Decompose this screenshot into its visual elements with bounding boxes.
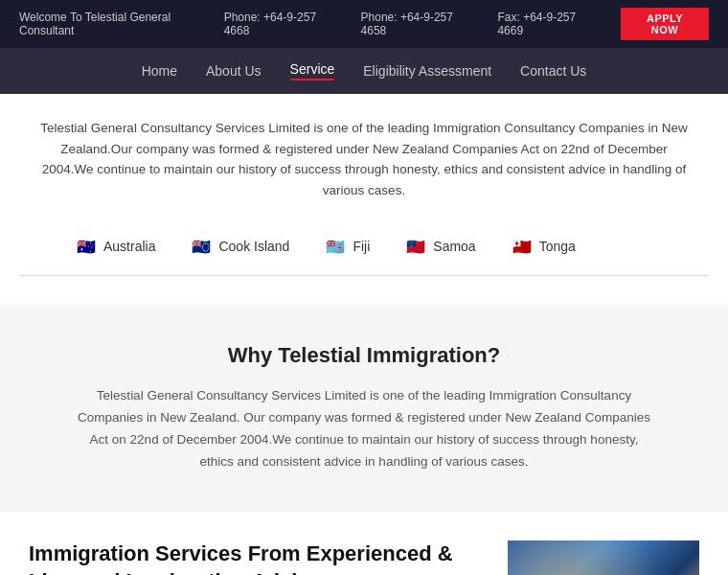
services-image-container: Tupamama (Tu) Laifau Tauave Uiha (right)… xyxy=(508,540,699,575)
tab-cook-island[interactable]: 🇨🇰 Cook Island xyxy=(172,227,307,265)
tab-cook-island-label: Cook Island xyxy=(218,239,289,254)
country-tabs: 🇦🇺 Australia 🇨🇰 Cook Island 🇫🇯 Fiji 🇼🇸 S… xyxy=(19,210,709,276)
tab-samoa[interactable]: 🇼🇸 Samoa xyxy=(387,227,492,265)
nav-home[interactable]: Home xyxy=(142,63,177,79)
why-section: Why Telestial Immigration? Telestial Gen… xyxy=(0,305,728,512)
flag-fiji: 🇫🇯 xyxy=(324,235,347,258)
services-section: Immigration Services From Experienced & … xyxy=(0,512,728,575)
flag-cook-island: 🇨🇰 xyxy=(190,235,213,258)
flag-samoa: 🇼🇸 xyxy=(404,235,427,258)
tab-samoa-label: Samoa xyxy=(433,239,475,254)
tab-australia-label: Australia xyxy=(103,239,155,254)
contact-info: Phone: +64-9-257 4668 Phone: +64-9-257 4… xyxy=(224,8,709,40)
nav-about[interactable]: About Us xyxy=(206,63,262,79)
tab-tonga[interactable]: 🇹🇴 Tonga xyxy=(493,227,593,265)
services-photo xyxy=(508,540,699,575)
nav-eligibility[interactable]: Eligibility Assessment xyxy=(363,63,491,79)
about-text: Telestial General Consultancy Services L… xyxy=(38,118,690,200)
phone1: Phone: +64-9-257 4668 xyxy=(224,11,342,37)
flag-australia: 🇦🇺 xyxy=(75,235,98,258)
tab-australia[interactable]: 🇦🇺 Australia xyxy=(57,227,172,265)
phone2: Phone: +64-9-257 4658 xyxy=(361,11,479,37)
tab-fiji[interactable]: 🇫🇯 Fiji xyxy=(307,227,387,265)
welcome-text: Welcome To Telestial General Consultant xyxy=(19,11,224,37)
tab-tonga-label: Tonga xyxy=(539,239,576,254)
services-heading: Immigration Services From Experienced & … xyxy=(29,540,479,575)
fax: Fax: +64-9-257 4669 xyxy=(497,11,602,37)
nav-contact[interactable]: Contact Us xyxy=(520,63,586,79)
about-section: Telestial General Consultancy Services L… xyxy=(0,94,728,210)
main-nav: Home About Us Service Eligibility Assess… xyxy=(0,48,728,94)
why-text: Telestial General Consultancy Services L… xyxy=(77,385,651,473)
flag-tonga: 🇹🇴 xyxy=(511,235,534,258)
services-text: Immigration Services From Experienced & … xyxy=(29,540,479,575)
why-heading: Why Telestial Immigration? xyxy=(77,343,651,368)
apply-now-button[interactable]: APPLY NOW xyxy=(621,8,709,40)
tab-fiji-label: Fiji xyxy=(353,239,370,254)
nav-service[interactable]: Service xyxy=(290,61,335,80)
top-bar: Welcome To Telestial General Consultant … xyxy=(0,0,728,48)
